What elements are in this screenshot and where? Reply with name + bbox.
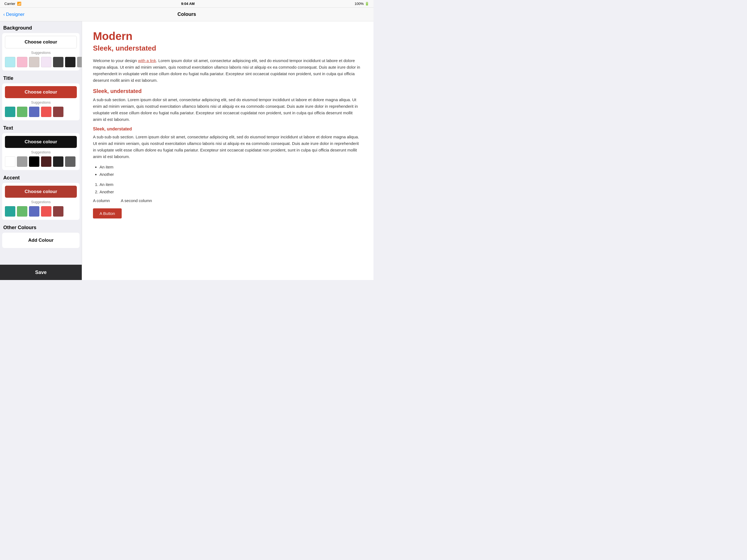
- preview-h4: Sleek, understated: [93, 127, 363, 131]
- swatch-dark-maroon[interactable]: [41, 156, 51, 167]
- other-colours-section-header: Other Colours: [0, 221, 82, 233]
- text-section-header: Text: [0, 121, 82, 133]
- accent-suggestions-label: Suggestions: [5, 200, 77, 204]
- list-item: An item: [100, 181, 363, 188]
- accent-section-header: Accent: [0, 171, 82, 183]
- title-section-header: Title: [0, 72, 82, 83]
- list-item: Another: [100, 188, 363, 196]
- preview-ordered-list: An item Another: [100, 181, 363, 196]
- swatch-medium-gray-2[interactable]: [65, 156, 75, 167]
- preview-link[interactable]: with a link: [138, 58, 156, 63]
- text-swatches: [5, 156, 77, 167]
- title-choose-colour-button[interactable]: Choose colour: [5, 86, 77, 98]
- preview-h1: Modern: [93, 30, 363, 42]
- preview-intro-paragraph: Welcome to your design with a link. Lore…: [93, 57, 363, 84]
- swatch-green-2[interactable]: [17, 206, 27, 217]
- list-item: An item: [100, 163, 363, 171]
- back-button[interactable]: ‹ Designer: [3, 12, 25, 17]
- nav-title: Colours: [177, 11, 196, 17]
- wifi-icon: 📶: [17, 2, 21, 6]
- background-colour-card: Choose colour Suggestions: [2, 33, 80, 71]
- swatch-dark-red-2[interactable]: [53, 206, 63, 217]
- text-suggestions-label: Suggestions: [5, 150, 77, 154]
- nav-bar: ‹ Designer Colours: [0, 8, 374, 21]
- carrier-label: Carrier: [4, 2, 15, 6]
- swatch-teal[interactable]: [5, 107, 15, 117]
- swatch-dark-red[interactable]: [53, 107, 63, 117]
- swatch-light-cyan[interactable]: [5, 57, 15, 67]
- status-bar: Carrier 📶 9:04 AM 100% 🔋: [0, 0, 374, 8]
- background-suggestions-label: Suggestions: [5, 51, 77, 55]
- main-layout: Background Choose colour Suggestions Tit…: [0, 21, 374, 280]
- swatch-medium-gray[interactable]: [77, 57, 82, 67]
- accent-colour-card: Choose colour Suggestions: [2, 183, 80, 220]
- swatch-indigo-2[interactable]: [29, 206, 40, 217]
- back-label: Designer: [6, 12, 25, 17]
- preview-table-col1: A column: [93, 198, 110, 203]
- title-suggestions-label: Suggestions: [5, 100, 77, 104]
- time-label: 9:04 AM: [181, 2, 195, 6]
- add-colour-button[interactable]: Add Colour: [28, 235, 54, 245]
- swatch-near-black[interactable]: [65, 57, 75, 67]
- swatch-white[interactable]: [5, 156, 15, 167]
- preview-h3: Sleek, understated: [93, 88, 363, 94]
- swatch-green[interactable]: [17, 107, 27, 117]
- swatch-light-gray[interactable]: [17, 156, 27, 167]
- status-left: Carrier 📶: [4, 2, 21, 6]
- swatch-red-2[interactable]: [41, 206, 51, 217]
- preview-button[interactable]: A Button: [93, 208, 122, 219]
- back-chevron-icon: ‹: [3, 12, 5, 17]
- sidebar-content: Background Choose colour Suggestions Tit…: [0, 21, 82, 265]
- preview-table-col2: A second column: [121, 198, 152, 203]
- title-colour-card: Choose colour Suggestions: [2, 83, 80, 120]
- title-swatches: [5, 106, 77, 118]
- list-item: Another: [100, 171, 363, 178]
- swatch-indigo[interactable]: [29, 107, 40, 117]
- swatch-near-black-2[interactable]: [53, 156, 63, 167]
- background-choose-colour-button[interactable]: Choose colour: [5, 36, 77, 48]
- swatch-black[interactable]: [29, 156, 40, 167]
- battery-label: 100%: [355, 2, 364, 6]
- preview-table: A column A second column: [93, 198, 363, 203]
- preview-section2-body: A sub-sub-sub section. Lorem ipsum dolor…: [93, 134, 363, 160]
- sidebar: Background Choose colour Suggestions Tit…: [0, 21, 82, 280]
- swatch-red[interactable]: [41, 107, 51, 117]
- preview-bullet-list: An item Another: [100, 163, 363, 178]
- preview-section1-body: A sub-sub section. Lorem ipsum dolor sit…: [93, 97, 363, 123]
- preview-h2: Sleek, understated: [93, 44, 363, 52]
- text-choose-colour-button[interactable]: Choose colour: [5, 136, 77, 148]
- save-button[interactable]: Save: [35, 270, 47, 275]
- background-section-header: Background: [0, 21, 82, 33]
- status-right: 100% 🔋: [355, 2, 369, 6]
- background-swatches: [5, 56, 77, 68]
- other-colours-card: Add Colour: [2, 233, 80, 248]
- battery-icon: 🔋: [365, 2, 369, 6]
- accent-choose-colour-button[interactable]: Choose colour: [5, 186, 77, 198]
- preview-area: Modern Sleek, understated Welcome to you…: [82, 21, 374, 280]
- swatch-teal-2[interactable]: [5, 206, 15, 217]
- swatch-light-brown[interactable]: [29, 57, 40, 67]
- swatch-light-pink[interactable]: [17, 57, 27, 67]
- swatch-light-lavender[interactable]: [41, 57, 51, 67]
- swatch-dark-gray[interactable]: [53, 57, 63, 67]
- accent-swatches: [5, 206, 77, 217]
- save-bar: Save: [0, 265, 82, 280]
- text-colour-card: Choose colour Suggestions: [2, 133, 80, 170]
